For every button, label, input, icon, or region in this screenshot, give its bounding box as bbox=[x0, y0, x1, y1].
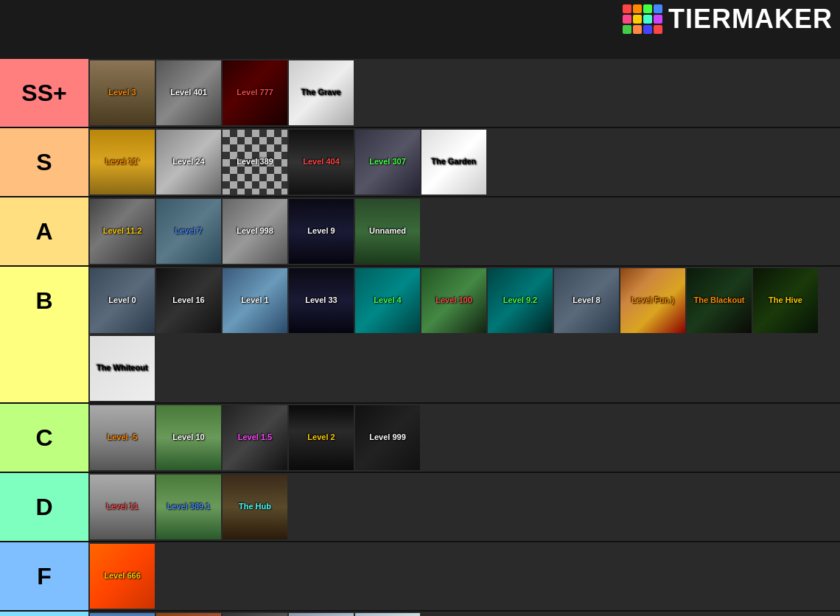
item-label: Level 11.2 bbox=[93, 225, 151, 237]
tier-label-no: No Opinion/Didn't Read bbox=[0, 612, 88, 616]
tier-list: TiERMAKER SS+ Level 3 Level 401 Level 77… bbox=[0, 0, 840, 616]
item-label: Level 24 bbox=[159, 155, 217, 168]
tier-row-s: S Level 11' Level 24 Level 389 Level 404… bbox=[0, 128, 840, 197]
logo-cell bbox=[623, 4, 631, 13]
list-item[interactable]: Level 9 bbox=[289, 199, 354, 264]
list-item[interactable]: The Grave bbox=[289, 60, 354, 125]
tier-row-d: D Level 11 Level 389.1 The Hub bbox=[0, 473, 840, 542]
tier-items-c: Level -5 Level 10 Level 1.5 Level 2 Leve… bbox=[88, 404, 840, 472]
logo-cell bbox=[643, 15, 652, 24]
tier-row-b: B Level 0 Level 16 Level 1 Level 33 Leve… bbox=[0, 267, 840, 404]
list-item[interactable]: Level 401 bbox=[156, 60, 221, 125]
list-item[interactable]: Level 1 bbox=[223, 268, 287, 333]
tier-row-f: F Level 666 bbox=[0, 542, 840, 612]
list-item[interactable]: Level 7 bbox=[156, 199, 221, 264]
list-item[interactable]: Level 10 bbox=[156, 405, 221, 470]
list-item[interactable]: Level 1.5 bbox=[223, 405, 287, 470]
item-label: Level 100 bbox=[424, 294, 483, 307]
list-item[interactable]: Level 389.1 bbox=[156, 475, 221, 539]
top-bar: TiERMAKER bbox=[0, 0, 840, 59]
item-label: Level 10 bbox=[159, 431, 217, 444]
list-item[interactable]: Level Fun ) bbox=[620, 268, 685, 333]
list-item[interactable]: The Blackout bbox=[687, 268, 752, 333]
item-label: Level 999 bbox=[358, 431, 416, 444]
tier-label-d: D bbox=[0, 473, 88, 541]
list-item[interactable]: Level 33 bbox=[289, 268, 354, 333]
list-item[interactable]: Level 16 bbox=[156, 268, 221, 333]
tier-items-s: Level 11' Level 24 Level 389 Level 404 L… bbox=[88, 128, 840, 196]
tier-label-b: B bbox=[0, 267, 88, 335]
list-item[interactable]: Unnamed bbox=[355, 199, 420, 264]
tier-items-f: Level 666 bbox=[88, 542, 840, 610]
list-item[interactable]: Level 11 bbox=[90, 475, 155, 539]
list-item[interactable]: Level 307 bbox=[355, 130, 420, 195]
tier-items-b-row2: The Whiteout bbox=[88, 335, 840, 402]
tier-label-a: A bbox=[0, 197, 88, 265]
list-item[interactable]: Level 24 bbox=[156, 130, 221, 195]
list-item[interactable]: Level 9.2 bbox=[488, 268, 553, 333]
logo-cell bbox=[633, 15, 642, 24]
list-item[interactable]: Level 8 bbox=[554, 268, 619, 333]
tier-label-c: C bbox=[0, 404, 88, 472]
item-label: The Hive bbox=[756, 294, 814, 307]
logo-cell bbox=[623, 25, 631, 34]
tier-items-ss: Level 3 Level 401 Level 777 The Grave bbox=[88, 59, 840, 127]
list-item[interactable]: The Garden bbox=[421, 130, 486, 195]
list-item[interactable]: The Whiteout bbox=[90, 336, 155, 401]
list-item[interactable]: Level 11.2 bbox=[90, 199, 155, 264]
list-item[interactable]: The Hub bbox=[223, 475, 287, 539]
item-label: Level 401 bbox=[159, 86, 217, 99]
item-label: Level 404 bbox=[292, 155, 350, 168]
list-item[interactable]: Level 6 bbox=[289, 613, 354, 616]
list-item[interactable]: Level 100 bbox=[421, 268, 486, 333]
item-label: Level -5 bbox=[93, 431, 151, 444]
item-label: The Grave bbox=[292, 86, 350, 99]
list-item[interactable]: Level 302 bbox=[90, 613, 155, 616]
list-item[interactable]: Level 998 bbox=[223, 199, 287, 264]
list-item[interactable]: Level 11' bbox=[90, 130, 155, 195]
item-label: Level 389.1 bbox=[159, 500, 217, 513]
item-label: The Whiteout bbox=[93, 362, 151, 374]
tier-row-ss: SS+ Level 3 Level 401 Level 777 The Grav… bbox=[0, 59, 840, 128]
item-label: Unnamed bbox=[358, 225, 416, 237]
list-item[interactable]: Level -5 bbox=[90, 405, 155, 470]
logo-cell bbox=[654, 4, 662, 13]
item-label: Level Fun ) bbox=[623, 294, 682, 307]
tier-row-b-row2: The Whiteout bbox=[0, 335, 840, 402]
list-item[interactable]: Level 4 bbox=[355, 268, 420, 333]
item-label: Level 1.5 bbox=[225, 431, 284, 444]
list-item[interactable]: Level 404 bbox=[289, 130, 354, 195]
item-label: Level 11 bbox=[93, 500, 151, 513]
list-item[interactable]: Level 666 bbox=[90, 544, 155, 609]
tiermaker-logo: TiERMAKER bbox=[623, 4, 833, 35]
item-label: Level 998 bbox=[225, 225, 284, 237]
logo-cell bbox=[654, 15, 662, 24]
logo-cell bbox=[643, 25, 652, 34]
logo-cell bbox=[643, 4, 652, 13]
list-item[interactable]: Level 3 bbox=[90, 60, 155, 125]
item-label: The Hub bbox=[225, 500, 284, 513]
tier-row-c: C Level -5 Level 10 Level 1.5 Level 2 Le… bbox=[0, 404, 840, 473]
list-item[interactable]: Level 2 bbox=[289, 405, 354, 470]
list-item[interactable]: Level 999 bbox=[355, 405, 420, 470]
list-item[interactable]: Level 0 bbox=[90, 268, 155, 333]
list-item[interactable]: The End bbox=[355, 613, 420, 616]
list-item[interactable]: Level 5.1 bbox=[223, 613, 287, 616]
logo-cell bbox=[633, 4, 642, 13]
tier-label-s: S bbox=[0, 128, 88, 196]
tier-items-b-row1: Level 0 Level 16 Level 1 Level 33 Level … bbox=[88, 267, 840, 335]
item-label: Level 307 bbox=[358, 155, 416, 168]
logo-cell bbox=[654, 25, 662, 34]
tier-row-no: No Opinion/Didn't Read Level 302 Level 5… bbox=[0, 612, 840, 616]
list-item[interactable]: Level 389 bbox=[223, 130, 287, 195]
item-label: Level 2 bbox=[292, 431, 350, 444]
tier-label-ss: SS+ bbox=[0, 59, 88, 127]
logo-cell bbox=[623, 15, 631, 24]
tier-items-d: Level 11 Level 389.1 The Hub bbox=[88, 473, 840, 541]
item-label: Level 777 bbox=[225, 86, 284, 99]
list-item[interactable]: Level 777 bbox=[223, 60, 287, 125]
tier-items-no: Level 302 Level 5 Level 5.1 Level 6 The … bbox=[88, 612, 840, 616]
list-item[interactable]: Level 5 bbox=[156, 613, 221, 616]
item-label: Level 9.2 bbox=[491, 294, 549, 307]
list-item[interactable]: The Hive bbox=[753, 268, 818, 333]
